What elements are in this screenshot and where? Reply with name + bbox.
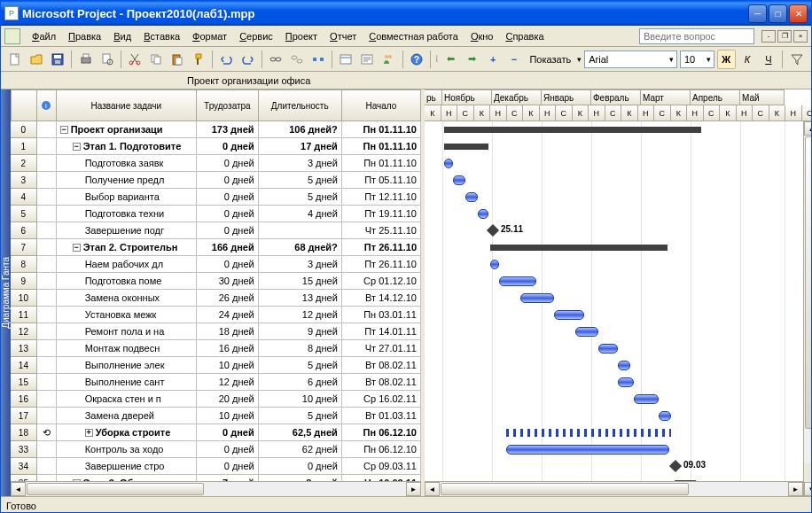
table-row[interactable]: 0−Проект организаци173 дней106 дней?Пн 0… <box>11 121 421 138</box>
task-bar[interactable] <box>506 445 669 455</box>
task-info-button[interactable] <box>337 50 355 69</box>
menu-файл[interactable]: Файл <box>26 29 62 43</box>
mdi-minimize-button[interactable]: - <box>761 30 776 43</box>
help-button[interactable]: ? <box>407 50 426 69</box>
gantt-vscrollbar[interactable]: ▲ ▼ <box>803 121 812 496</box>
gantt-row[interactable] <box>425 239 812 256</box>
gantt-row[interactable] <box>425 391 812 408</box>
add-task-button[interactable]: + <box>484 50 503 69</box>
table-row[interactable]: 9Подготовка поме30 дней15 днейСр 01.12.1… <box>11 273 421 290</box>
assign-resources-button[interactable] <box>379 50 398 69</box>
unlink-tasks-button[interactable] <box>288 50 307 69</box>
task-bar[interactable] <box>634 394 659 404</box>
gantt-row[interactable] <box>425 357 812 374</box>
print-button[interactable] <box>76 50 95 69</box>
task-bar[interactable] <box>575 327 598 337</box>
link-tasks-button[interactable] <box>267 50 285 69</box>
table-row[interactable]: 10Замена оконных26 дней13 днейВт 14.12.1… <box>11 290 421 307</box>
redo-button[interactable] <box>238 50 257 69</box>
undo-button[interactable] <box>217 50 236 69</box>
paste-button[interactable] <box>168 50 187 69</box>
print-preview-button[interactable] <box>98 50 116 69</box>
gantt-row[interactable] <box>425 138 812 155</box>
table-row[interactable]: 4Выбор варианта0 дней5 днейПт 12.11.10 <box>11 189 421 206</box>
table-row[interactable]: 8Наем рабочих дл0 дней3 днейПт 26.11.10 <box>11 256 421 273</box>
gantt-row[interactable] <box>425 189 812 206</box>
menu-справка[interactable]: Справка <box>499 29 550 43</box>
remove-task-button[interactable]: − <box>505 50 524 69</box>
task-bar[interactable] <box>478 209 488 219</box>
task-notes-button[interactable] <box>358 50 377 69</box>
gantt-row[interactable] <box>425 155 812 172</box>
arrow-right-button[interactable]: ➡ <box>463 50 481 69</box>
table-row[interactable]: 16Окраска стен и п20 дней10 днейСр 16.02… <box>11 391 421 408</box>
gantt-row[interactable] <box>425 340 812 357</box>
gantt-row[interactable] <box>425 307 812 323</box>
help-search-input[interactable] <box>639 28 754 44</box>
gantt-row[interactable] <box>425 121 812 138</box>
table-row[interactable]: 11Установка межк24 дней12 днейПн 03.01.1… <box>11 307 421 323</box>
col-work[interactable]: Трудозатра <box>197 89 258 121</box>
minimize-button[interactable]: ─ <box>748 4 767 23</box>
task-bar[interactable] <box>618 377 634 387</box>
gantt-row[interactable] <box>425 206 812 222</box>
milestone-icon[interactable] <box>669 460 682 472</box>
menu-вид[interactable]: Вид <box>107 29 137 43</box>
task-bar[interactable] <box>465 192 478 202</box>
gantt-scroll-left-button[interactable]: ◄ <box>425 482 440 496</box>
table-row[interactable]: 15Выполнение сант12 дней6 днейВт 08.02.1… <box>11 374 421 391</box>
table-row[interactable]: 2Подготовка заявк0 дней3 днейПн 01.11.10 <box>11 155 421 172</box>
col-indicator[interactable]: i <box>37 89 57 121</box>
task-bar[interactable] <box>554 310 584 320</box>
mdi-close-button[interactable]: × <box>793 30 808 43</box>
summary-bar[interactable] <box>490 245 668 251</box>
table-row[interactable]: 13Монтаж подвесн16 дней8 днейЧт 27.01.11 <box>11 340 421 357</box>
font-size-combo[interactable]: 10 <box>680 51 714 68</box>
open-button[interactable] <box>27 50 46 69</box>
gantt-row[interactable] <box>425 323 812 340</box>
task-bar[interactable] <box>598 344 618 354</box>
task-bar[interactable] <box>453 175 465 185</box>
show-label[interactable]: Показать <box>526 54 574 65</box>
table-row[interactable]: 14Выполнение элек10 дней5 днейВт 08.02.1… <box>11 357 421 374</box>
copy-button[interactable] <box>147 50 166 69</box>
gantt-row[interactable] <box>425 441 812 458</box>
filter-button[interactable] <box>787 50 806 69</box>
view-bar[interactable]: Диаграмма Ганта <box>1 89 11 496</box>
task-bar[interactable] <box>499 276 536 286</box>
scroll-down-button[interactable]: ▼ <box>804 482 812 496</box>
table-row[interactable]: 34Завершение стро0 дней0 днейСр 09.03.11 <box>11 458 421 475</box>
scroll-right-button[interactable]: ► <box>406 482 421 496</box>
mdi-restore-button[interactable]: ❐ <box>777 30 792 43</box>
summary-bar[interactable] <box>444 144 488 150</box>
task-bar[interactable] <box>659 411 671 421</box>
table-row[interactable]: 17Замена дверей10 дней5 днейВт 01.03.11 <box>11 408 421 424</box>
scroll-left-button[interactable]: ◄ <box>11 482 26 496</box>
gantt-row[interactable] <box>425 408 812 424</box>
close-button[interactable]: ✕ <box>789 4 808 23</box>
underline-button[interactable]: Ч <box>760 50 778 69</box>
col-row-number[interactable] <box>11 89 37 121</box>
task-bar[interactable] <box>618 361 630 370</box>
summary-bar[interactable] <box>444 127 701 133</box>
font-combo[interactable]: Arial <box>584 51 677 68</box>
menu-отчет[interactable]: Отчет <box>324 29 363 43</box>
gantt-row[interactable] <box>425 374 812 391</box>
gantt-hscrollbar[interactable]: ◄ ► <box>425 481 803 496</box>
table-row[interactable]: 1−Этап 1. Подготовите0 дней17 днейПн 01.… <box>11 138 421 155</box>
menu-формат[interactable]: Формат <box>186 29 233 43</box>
save-button[interactable] <box>49 50 67 69</box>
format-painter-button[interactable] <box>189 50 207 69</box>
gantt-row[interactable] <box>425 424 812 441</box>
col-duration[interactable]: Длительность <box>259 89 342 121</box>
gantt-row[interactable] <box>425 256 812 273</box>
gantt-row[interactable]: 25.11 <box>425 222 812 239</box>
italic-button[interactable]: К <box>738 50 757 69</box>
new-button[interactable] <box>6 50 25 69</box>
menu-окно[interactable]: Окно <box>465 29 500 43</box>
menu-вставка[interactable]: Вставка <box>137 29 186 43</box>
table-row[interactable]: 7−Этап 2. Строительн166 дней68 дней?Пт 2… <box>11 239 421 256</box>
gantt-row[interactable] <box>425 273 812 290</box>
gantt-row[interactable] <box>425 290 812 307</box>
arrow-left-button[interactable]: ⬅ <box>441 50 460 69</box>
